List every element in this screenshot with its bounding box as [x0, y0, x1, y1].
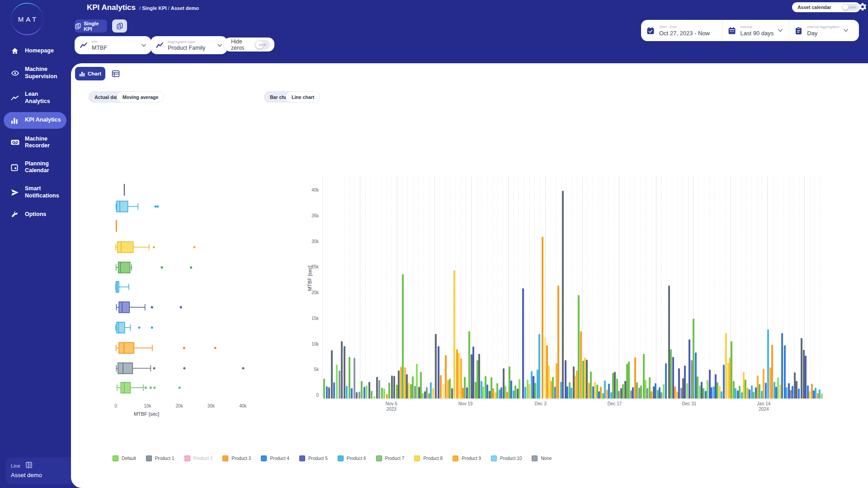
bar[interactable]: [725, 333, 727, 399]
legend-item-product-8[interactable]: Product 8: [414, 455, 443, 461]
bar[interactable]: [550, 381, 552, 399]
bar[interactable]: [449, 379, 451, 399]
bar[interactable]: [657, 390, 659, 399]
start-end-picker[interactable]: Start - End Oct 27, 2023 - Now: [641, 20, 722, 41]
bar[interactable]: [356, 392, 358, 399]
bar[interactable]: [475, 382, 476, 399]
bar[interactable]: [665, 363, 667, 399]
bar[interactable]: [522, 288, 524, 399]
bar[interactable]: [763, 369, 764, 399]
bar[interactable]: [408, 383, 410, 399]
legend-item-product-5[interactable]: Product 5: [299, 455, 328, 461]
bar[interactable]: [420, 372, 422, 399]
bar[interactable]: [632, 387, 634, 399]
bar[interactable]: [610, 392, 612, 399]
bar[interactable]: [630, 390, 632, 399]
bar[interactable]: [458, 353, 460, 399]
bar[interactable]: [368, 382, 370, 399]
bar[interactable]: [510, 380, 512, 399]
bar[interactable]: [443, 384, 444, 399]
bar[interactable]: [747, 388, 749, 399]
bar[interactable]: [646, 388, 648, 399]
bar[interactable]: [481, 381, 482, 399]
bar[interactable]: [404, 367, 406, 399]
bar[interactable]: [552, 377, 554, 399]
line-chart-button[interactable]: Line chart: [286, 91, 320, 103]
bar[interactable]: [430, 382, 432, 399]
asset-selector-card[interactable]: Line Asset demo: [5, 457, 78, 484]
bar[interactable]: [412, 376, 414, 399]
bar[interactable]: [757, 375, 759, 399]
bar[interactable]: [643, 354, 645, 399]
bar[interactable]: [693, 319, 694, 399]
bar[interactable]: [759, 384, 760, 399]
bar[interactable]: [349, 357, 350, 399]
bar[interactable]: [422, 393, 424, 399]
bar[interactable]: [680, 388, 682, 399]
bar[interactable]: [781, 333, 783, 399]
bar[interactable]: [682, 378, 684, 399]
legend-item-product-9[interactable]: Product 9: [453, 455, 481, 461]
bar[interactable]: [660, 392, 662, 399]
bar[interactable]: [402, 274, 404, 399]
bar[interactable]: [514, 385, 516, 399]
bar[interactable]: [678, 368, 680, 399]
bar[interactable]: [328, 387, 330, 399]
bar[interactable]: [674, 386, 676, 399]
bar[interactable]: [745, 380, 746, 399]
bar[interactable]: [378, 380, 380, 399]
bar[interactable]: [344, 346, 345, 399]
bar[interactable]: [739, 386, 741, 399]
bar[interactable]: [499, 389, 500, 399]
bar[interactable]: [578, 295, 580, 399]
bar[interactable]: [517, 389, 519, 399]
bar[interactable]: [691, 360, 693, 399]
bar[interactable]: [428, 393, 430, 399]
bar[interactable]: [506, 392, 508, 399]
bar[interactable]: [651, 391, 652, 399]
bar[interactable]: [684, 366, 686, 399]
bar[interactable]: [663, 384, 665, 399]
bar[interactable]: [779, 385, 781, 399]
bar[interactable]: [396, 385, 398, 399]
sidebar-item-lean-analytics[interactable]: Lean Analytics: [4, 87, 66, 109]
bar[interactable]: [495, 392, 496, 399]
bar[interactable]: [485, 376, 486, 399]
bar[interactable]: [809, 391, 811, 399]
bar[interactable]: [546, 345, 548, 399]
bar[interactable]: [608, 384, 610, 399]
bar[interactable]: [462, 388, 464, 399]
bar[interactable]: [386, 394, 388, 399]
bar[interactable]: [505, 386, 506, 399]
bar[interactable]: [721, 391, 722, 399]
bar[interactable]: [775, 387, 777, 399]
bar[interactable]: [761, 391, 763, 399]
bar[interactable]: [794, 372, 796, 399]
bar[interactable]: [640, 385, 642, 399]
bar[interactable]: [614, 372, 616, 399]
bar[interactable]: [496, 383, 498, 399]
bar[interactable]: [586, 360, 588, 399]
asset-calendar-toggle[interactable]: OFF: [842, 4, 859, 11]
bar[interactable]: [533, 376, 534, 399]
bar[interactable]: [400, 367, 402, 399]
bar[interactable]: [398, 371, 400, 399]
asset-calendar-toggle-pill[interactable]: Asset calendar OFF: [792, 2, 860, 12]
bar[interactable]: [331, 350, 333, 399]
bar[interactable]: [801, 338, 802, 399]
bar[interactable]: [406, 374, 408, 399]
bar[interactable]: [653, 386, 655, 399]
bar[interactable]: [719, 386, 721, 399]
bar[interactable]: [346, 386, 348, 399]
bar[interactable]: [582, 361, 584, 399]
bar[interactable]: [414, 386, 416, 399]
interval-dropdown[interactable]: Interval Last 90 days: [722, 20, 789, 41]
bar[interactable]: [727, 363, 729, 399]
bar[interactable]: [624, 381, 626, 399]
bar[interactable]: [562, 191, 564, 399]
bar[interactable]: [596, 385, 598, 399]
bar[interactable]: [707, 380, 708, 399]
bar[interactable]: [815, 388, 816, 399]
bar[interactable]: [566, 386, 568, 399]
sidebar-item-machine-recorder[interactable]: Machine Recorder: [4, 131, 66, 154]
